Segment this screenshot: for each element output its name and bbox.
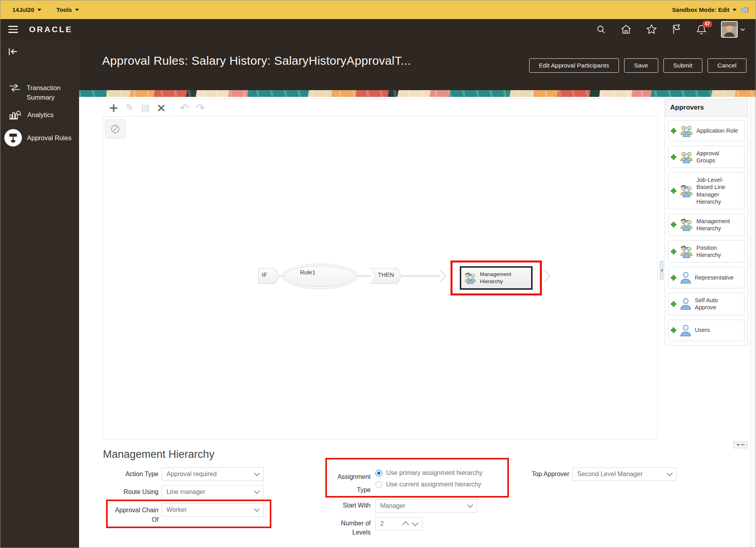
sidebar-item-label: Transaction Summary (27, 83, 73, 102)
panel-splitter-handle[interactable] (660, 261, 663, 280)
approvers-panel: Approvers Application Role (665, 99, 748, 345)
add-plus-icon[interactable] (671, 222, 677, 228)
chevron-down-icon (740, 28, 745, 31)
caret-down-icon (733, 9, 737, 11)
flow-if-tag[interactable]: IF (258, 268, 280, 284)
analytics-icon (8, 110, 22, 121)
tools-menu[interactable]: Tools (56, 6, 79, 13)
notifications-bell-icon[interactable]: 47 (696, 24, 707, 35)
approver-card-application-role[interactable]: Application Role (668, 120, 744, 141)
sidebar-item-transaction-summary[interactable]: Transaction Summary (0, 83, 79, 102)
add-icon[interactable]: + (107, 100, 120, 115)
add-plus-icon[interactable] (671, 301, 677, 307)
add-plus-icon[interactable] (671, 188, 677, 194)
sandbox-date-label: 14Jul20 (12, 6, 34, 13)
approval-chain-of-select[interactable]: Worker (162, 503, 264, 517)
copy-icon[interactable]: ▤ (139, 100, 152, 115)
user-menu[interactable] (721, 21, 745, 38)
sidebar-item-approval-rules[interactable]: Approval Rules (0, 129, 75, 147)
radio-current-assignment[interactable]: Use current assignment hierarchy (375, 481, 481, 488)
spinner-down-icon[interactable] (412, 520, 419, 527)
radio-primary-assignment[interactable]: Use primary assignment hierarchy (375, 469, 483, 477)
megaphone-icon[interactable] (741, 6, 749, 14)
approver-card-users[interactable]: Users (668, 320, 744, 341)
transfer-arrows-icon (8, 83, 21, 93)
decorative-banner (79, 90, 756, 97)
spinner-up-icon[interactable] (402, 521, 409, 528)
save-button[interactable]: Save (624, 58, 658, 73)
approver-card-representative[interactable]: Representative (668, 267, 744, 288)
redo-icon[interactable]: ↷ (193, 100, 207, 115)
flow-then-tag[interactable]: THEN (370, 268, 402, 284)
approver-label: Job-Level-Based Line Manager Hierarchy (696, 176, 739, 205)
add-plus-icon[interactable] (671, 327, 677, 333)
compass-icon (110, 124, 120, 134)
route-using-select[interactable]: Line manager (162, 485, 264, 499)
search-icon[interactable] (596, 24, 606, 35)
avatar (721, 21, 738, 38)
approver-label: Management Hierarchy (696, 218, 739, 232)
approver-card-self-auto-approve[interactable]: Self Auto Approve (668, 293, 744, 315)
start-with-label: Start With (323, 502, 371, 509)
person-icon (679, 297, 692, 311)
add-plus-icon[interactable] (671, 154, 677, 160)
top-approver-select[interactable]: Second Level Manager (572, 467, 677, 481)
cancel-button[interactable]: Cancel (708, 58, 746, 73)
add-plus-icon[interactable] (671, 249, 677, 255)
number-of-levels-spinner[interactable]: 2 (375, 517, 422, 531)
edit-approval-participants-button[interactable]: Edit Approval Participants (529, 58, 619, 73)
sandbox-mode-menu[interactable]: Sandbox Mode: Edit (672, 6, 737, 13)
flag-icon[interactable] (671, 24, 682, 35)
approver-label: Position Hierarchy (696, 244, 739, 259)
approval-rules-icon (4, 129, 22, 147)
home-icon[interactable] (621, 24, 632, 35)
pan-compass-button[interactable] (105, 120, 126, 139)
approver-card-approval-groups[interactable]: Approval Groups (668, 146, 744, 168)
connector-chevron-icon (439, 269, 447, 283)
node-label: Management Hierarchy (480, 271, 528, 285)
approver-label: Self Auto Approve (695, 297, 737, 311)
submit-button[interactable]: Submit (663, 58, 702, 73)
group-icon (679, 124, 694, 137)
start-with-select[interactable]: Manager (375, 499, 477, 513)
group-icon (679, 151, 694, 164)
chevron-down-icon (467, 502, 474, 508)
tools-label: Tools (56, 6, 72, 13)
radio-unselected-icon[interactable] (375, 481, 382, 488)
approver-card-position-hierarchy[interactable]: Position Hierarchy (668, 240, 744, 262)
chevron-down-icon (254, 488, 260, 494)
sidebar: Transaction Summary Analytics Approval R… (0, 40, 79, 548)
favorites-star-icon[interactable] (646, 24, 657, 35)
sidebar-item-label: Approval Rules (27, 133, 74, 143)
chevron-down-icon (254, 470, 260, 477)
sandbox-date-menu[interactable]: 14Jul20 (12, 6, 41, 13)
page-header: Approval Rules: Salary History: SalaryHi… (79, 40, 756, 90)
section-title: Management Hierarchy (103, 448, 215, 461)
hamburger-menu-icon[interactable] (8, 26, 18, 33)
hierarchy-icon (679, 245, 694, 258)
approver-card-job-level-hierarchy[interactable]: Job-Level-Based Line Manager Hierarchy (668, 172, 744, 209)
approver-label: Application Role (696, 127, 739, 134)
rule-name: Rule1 (300, 269, 315, 276)
sidebar-collapse-icon[interactable] (8, 47, 19, 56)
undo-icon[interactable]: ↶ (178, 100, 191, 115)
top-approver-label: Top Approver (514, 471, 569, 478)
approver-card-management-hierarchy[interactable]: Management Hierarchy (668, 214, 744, 236)
delete-icon[interactable]: × (155, 100, 168, 115)
edit-pencil-icon[interactable]: ✎ (123, 100, 136, 115)
add-plus-icon[interactable] (671, 275, 677, 281)
approvers-title: Approvers (665, 99, 748, 116)
action-type-select[interactable]: Approval required (162, 467, 264, 481)
chevron-down-icon (254, 506, 260, 512)
add-plus-icon[interactable] (671, 128, 677, 134)
flow-management-hierarchy-node[interactable]: Management Hierarchy (460, 266, 532, 289)
sidebar-item-analytics[interactable]: Analytics (0, 110, 79, 121)
collapse-pane-button[interactable] (733, 441, 748, 448)
flow-rule-node[interactable]: Rule1 (282, 264, 358, 289)
rule-canvas[interactable]: IF Rule1 THEN (103, 116, 658, 440)
vertical-scrollbar[interactable] (750, 97, 756, 548)
approver-label: Users (695, 326, 737, 334)
global-header: ORACLE 47 (0, 19, 756, 40)
caret-down-icon (37, 9, 41, 11)
radio-selected-icon[interactable] (375, 470, 382, 477)
